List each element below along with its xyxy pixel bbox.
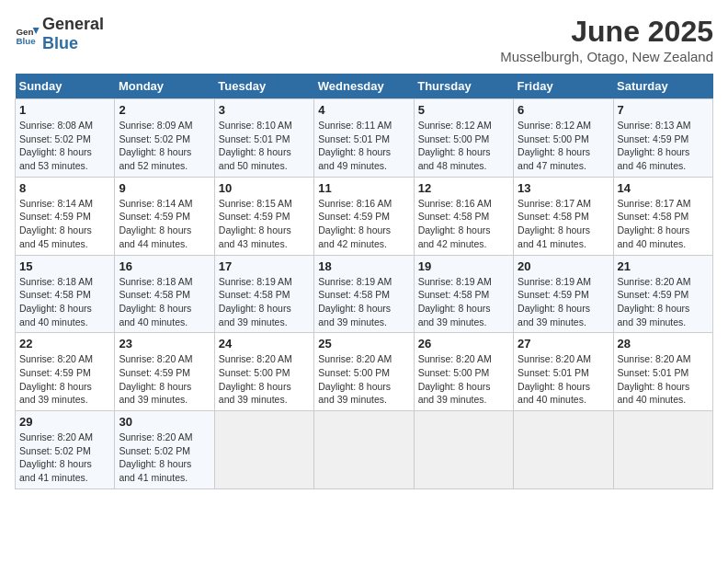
day-number: 15 [19,259,110,273]
calendar-cell: 5 Sunrise: 8:12 AM Sunset: 5:00 PM Dayli… [414,99,513,178]
calendar-cell [214,411,313,489]
day-number: 29 [19,415,110,429]
calendar-cell: 19 Sunrise: 8:19 AM Sunset: 4:58 PM Dayl… [414,255,513,333]
day-number: 7 [618,103,709,117]
weekday-header-tuesday: Tuesday [214,74,313,99]
day-number: 25 [318,337,409,350]
day-number: 17 [219,259,310,273]
week-row-4: 22 Sunrise: 8:20 AM Sunset: 4:59 PM Dayl… [16,333,713,411]
day-info: Sunrise: 8:19 AM Sunset: 4:59 PM Dayligh… [518,275,609,329]
day-number: 3 [219,103,310,117]
day-number: 19 [418,259,509,273]
day-number: 14 [618,181,709,195]
calendar-cell [414,411,513,489]
day-info: Sunrise: 8:14 AM Sunset: 4:59 PM Dayligh… [119,197,210,251]
weekday-header-friday: Friday [514,74,613,99]
calendar-cell: 22 Sunrise: 8:20 AM Sunset: 4:59 PM Dayl… [16,333,115,411]
day-number: 1 [19,103,110,117]
calendar-cell [514,411,613,489]
calendar-cell: 29 Sunrise: 8:20 AM Sunset: 5:02 PM Dayl… [16,411,115,489]
day-number: 18 [318,259,409,273]
calendar-cell: 14 Sunrise: 8:17 AM Sunset: 4:58 PM Dayl… [613,177,712,255]
weekday-header-monday: Monday [115,74,214,99]
day-info: Sunrise: 8:20 AM Sunset: 5:01 PM Dayligh… [618,352,709,407]
title-block: June 2025 Musselburgh, Otago, New Zealan… [500,15,713,64]
day-info: Sunrise: 8:20 AM Sunset: 5:00 PM Dayligh… [318,352,409,407]
weekday-header-wednesday: Wednesday [314,74,414,99]
calendar-cell: 27 Sunrise: 8:20 AM Sunset: 5:01 PM Dayl… [514,333,613,411]
calendar-cell: 23 Sunrise: 8:20 AM Sunset: 4:59 PM Dayl… [115,333,214,411]
calendar-cell: 24 Sunrise: 8:20 AM Sunset: 5:00 PM Dayl… [214,333,313,411]
calendar-cell: 13 Sunrise: 8:17 AM Sunset: 4:58 PM Dayl… [514,177,613,255]
week-row-5: 29 Sunrise: 8:20 AM Sunset: 5:02 PM Dayl… [16,411,713,489]
calendar-cell: 12 Sunrise: 8:16 AM Sunset: 4:58 PM Dayl… [414,177,513,255]
calendar-cell: 9 Sunrise: 8:14 AM Sunset: 4:59 PM Dayli… [115,177,214,255]
day-info: Sunrise: 8:11 AM Sunset: 5:01 PM Dayligh… [318,119,409,173]
day-info: Sunrise: 8:14 AM Sunset: 4:59 PM Dayligh… [19,197,110,251]
day-number: 4 [318,103,409,117]
day-info: Sunrise: 8:20 AM Sunset: 5:02 PM Dayligh… [119,431,210,485]
day-info: Sunrise: 8:18 AM Sunset: 4:58 PM Dayligh… [19,275,110,329]
day-number: 10 [219,181,310,195]
calendar-cell: 4 Sunrise: 8:11 AM Sunset: 5:01 PM Dayli… [314,99,414,178]
day-number: 8 [19,181,110,195]
svg-text:Blue: Blue [16,36,36,46]
day-info: Sunrise: 8:16 AM Sunset: 4:59 PM Dayligh… [318,197,409,251]
calendar-cell: 8 Sunrise: 8:14 AM Sunset: 4:59 PM Dayli… [16,177,115,255]
calendar-cell [613,411,712,489]
calendar-cell: 7 Sunrise: 8:13 AM Sunset: 4:59 PM Dayli… [613,99,712,178]
day-info: Sunrise: 8:12 AM Sunset: 5:00 PM Dayligh… [518,119,609,173]
weekday-header-sunday: Sunday [16,74,115,99]
weekday-header-saturday: Saturday [613,74,712,99]
week-row-1: 1 Sunrise: 8:08 AM Sunset: 5:02 PM Dayli… [16,99,713,178]
logo-blue: Blue [42,34,78,52]
calendar-cell: 6 Sunrise: 8:12 AM Sunset: 5:00 PM Dayli… [514,99,613,178]
day-info: Sunrise: 8:20 AM Sunset: 5:00 PM Dayligh… [219,352,310,407]
day-number: 12 [418,181,509,195]
logo-general: General [42,15,104,33]
day-number: 13 [518,181,609,195]
day-info: Sunrise: 8:19 AM Sunset: 4:58 PM Dayligh… [318,275,409,329]
day-info: Sunrise: 8:20 AM Sunset: 4:59 PM Dayligh… [119,352,210,407]
calendar-cell: 18 Sunrise: 8:19 AM Sunset: 4:58 PM Dayl… [314,255,414,333]
day-number: 26 [418,337,509,350]
day-number: 2 [119,103,210,117]
logo-icon: Gen Blue [15,21,40,47]
day-number: 5 [418,103,509,117]
day-info: Sunrise: 8:13 AM Sunset: 4:59 PM Dayligh… [618,119,709,173]
day-number: 16 [119,259,210,273]
month-title: June 2025 [500,15,713,49]
day-info: Sunrise: 8:15 AM Sunset: 4:59 PM Dayligh… [219,197,310,251]
calendar-cell: 2 Sunrise: 8:09 AM Sunset: 5:02 PM Dayli… [115,99,214,178]
day-info: Sunrise: 8:20 AM Sunset: 5:02 PM Dayligh… [19,431,110,485]
day-info: Sunrise: 8:12 AM Sunset: 5:00 PM Dayligh… [418,119,509,173]
day-info: Sunrise: 8:20 AM Sunset: 5:00 PM Dayligh… [418,352,509,407]
weekday-header-thursday: Thursday [414,74,513,99]
day-number: 6 [518,103,609,117]
day-number: 11 [318,181,409,195]
day-number: 9 [119,181,210,195]
day-number: 22 [19,337,110,350]
day-info: Sunrise: 8:18 AM Sunset: 4:58 PM Dayligh… [119,275,210,329]
svg-marker-1 [33,28,40,34]
day-info: Sunrise: 8:20 AM Sunset: 4:59 PM Dayligh… [19,352,110,407]
calendar-cell: 11 Sunrise: 8:16 AM Sunset: 4:59 PM Dayl… [314,177,414,255]
calendar-cell: 25 Sunrise: 8:20 AM Sunset: 5:00 PM Dayl… [314,333,414,411]
day-number: 27 [518,337,609,350]
day-number: 20 [518,259,609,273]
weekday-header-row: SundayMondayTuesdayWednesdayThursdayFrid… [16,74,713,99]
calendar-cell: 3 Sunrise: 8:10 AM Sunset: 5:01 PM Dayli… [214,99,313,178]
day-number: 30 [119,415,210,429]
day-info: Sunrise: 8:09 AM Sunset: 5:02 PM Dayligh… [119,119,210,173]
calendar-cell: 28 Sunrise: 8:20 AM Sunset: 5:01 PM Dayl… [613,333,712,411]
calendar-cell: 15 Sunrise: 8:18 AM Sunset: 4:58 PM Dayl… [16,255,115,333]
day-info: Sunrise: 8:08 AM Sunset: 5:02 PM Dayligh… [19,119,110,173]
location-title: Musselburgh, Otago, New Zealand [500,49,713,64]
day-info: Sunrise: 8:17 AM Sunset: 4:58 PM Dayligh… [518,197,609,251]
day-info: Sunrise: 8:19 AM Sunset: 4:58 PM Dayligh… [418,275,509,329]
day-number: 23 [119,337,210,350]
day-info: Sunrise: 8:16 AM Sunset: 4:58 PM Dayligh… [418,197,509,251]
week-row-3: 15 Sunrise: 8:18 AM Sunset: 4:58 PM Dayl… [16,255,713,333]
day-info: Sunrise: 8:17 AM Sunset: 4:58 PM Dayligh… [618,197,709,251]
day-number: 24 [219,337,310,350]
